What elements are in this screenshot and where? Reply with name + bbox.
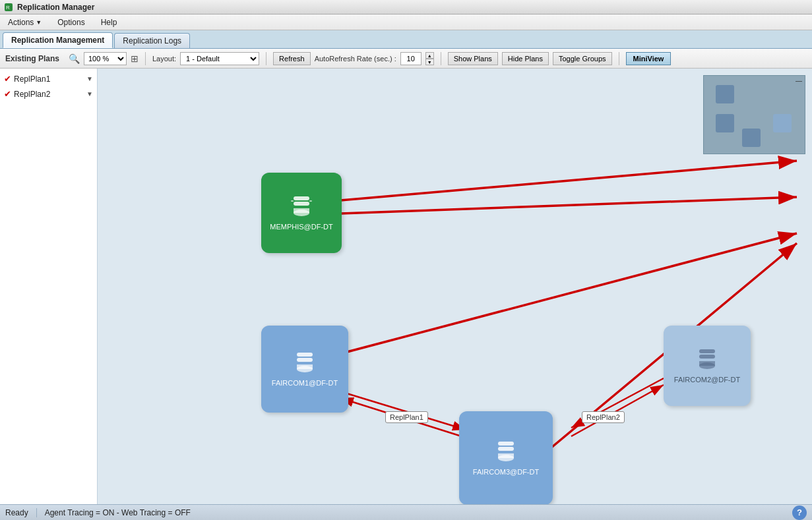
menu-options[interactable]: Options <box>53 16 88 28</box>
svg-rect-25 <box>699 361 715 366</box>
svg-rect-29 <box>498 453 514 458</box>
toolbar: Existing Plans 🔍 100 % ⊞ Layout: 1 - Def… <box>0 49 812 69</box>
svg-line-4 <box>340 161 797 200</box>
menu-bar: Actions ▼ Options Help <box>0 14 812 30</box>
search-icon[interactable]: 🔍 <box>69 53 80 64</box>
plan-name-2: ReplPlan2 <box>14 90 86 99</box>
miniview-panel: — <box>703 75 805 154</box>
help-button[interactable]: ? <box>792 506 807 520</box>
actions-dropdown-arrow: ▼ <box>36 19 42 26</box>
svg-rect-26 <box>498 442 514 446</box>
title-bar: R Replication Manager <box>0 0 812 14</box>
faircom3-db-icon <box>494 440 518 464</box>
autorefresh-input[interactable] <box>400 52 422 65</box>
memphis-db-icon <box>290 195 313 219</box>
status-bar: Ready Agent Tracing = ON - Web Tracing =… <box>0 504 812 520</box>
miniview-button[interactable]: MiniView <box>626 52 671 65</box>
svg-line-5 <box>340 197 797 214</box>
svg-rect-23 <box>699 355 715 359</box>
plan-label-replplan1[interactable]: ReplPlan1 <box>385 411 428 423</box>
layout-select[interactable]: 1 - Default <box>180 52 259 65</box>
app-icon: R <box>4 3 13 12</box>
menu-help[interactable]: Help <box>97 16 121 28</box>
plan-name-1: ReplPlan1 <box>14 74 86 84</box>
toolbar-separator-2 <box>266 52 266 65</box>
status-tracing: Agent Tracing = ON - Web Tracing = OFF <box>37 508 792 517</box>
svg-rect-21 <box>297 364 313 369</box>
layout-label: Layout: <box>152 55 176 63</box>
node-faircom2[interactable]: FAIRCOM2@DF-DT <box>664 326 751 406</box>
toolbar-separator-4 <box>619 52 619 65</box>
svg-rect-13 <box>294 202 309 206</box>
check-replplan1: ✔ <box>4 74 11 84</box>
faircom2-label: FAIRCOM2@DF-DT <box>674 376 740 384</box>
faircom3-label: FAIRCOM3@DF-DT <box>473 468 539 476</box>
refresh-button[interactable]: Refresh <box>273 52 311 65</box>
sidebar: ✔ ReplPlan1 ▼ ✔ ReplPlan2 ▼ <box>0 69 98 504</box>
show-plans-button[interactable]: Show Plans <box>448 52 498 65</box>
faircom2-db-icon <box>695 348 719 372</box>
faircom1-label: FAIRCOM1@DF-DT <box>272 379 338 387</box>
main-content: ✔ ReplPlan1 ▼ ✔ ReplPlan2 ▼ <box>0 69 812 504</box>
toolbar-separator-1 <box>145 52 146 65</box>
hide-plans-button[interactable]: Hide Plans <box>502 52 549 65</box>
svg-rect-22 <box>699 349 715 353</box>
svg-rect-18 <box>297 353 313 357</box>
diagram-canvas: MEMPHIS@DF-DT FAIRCOM1@DF-DT FAIRCOM2@DF… <box>98 69 812 504</box>
node-faircom3[interactable]: FAIRCOM3@DF-DT <box>459 411 553 504</box>
svg-rect-27 <box>498 447 514 451</box>
node-memphis[interactable]: MEMPHIS@DF-DT <box>261 173 342 253</box>
autorefresh-label: AutoRefresh Rate (sec.) : <box>315 55 396 63</box>
mini-node-2 <box>716 114 734 132</box>
svg-rect-15 <box>294 208 309 213</box>
miniview-close-button[interactable]: — <box>796 77 802 84</box>
sidebar-item-replplan1[interactable]: ✔ ReplPlan1 ▼ <box>0 71 97 86</box>
spin-up[interactable]: ▲ <box>425 52 434 59</box>
faircom1-db-icon <box>293 351 317 375</box>
tab-replication-logs[interactable]: Replication Logs <box>114 33 190 48</box>
autorefresh-spinner: ▲ ▼ <box>425 52 434 65</box>
svg-rect-16 <box>291 200 294 202</box>
existing-plans-label: Existing Plans <box>5 54 65 63</box>
node-faircom1[interactable]: FAIRCOM1@DF-DT <box>261 326 348 413</box>
svg-line-8 <box>340 391 466 430</box>
tab-replication-management[interactable]: Replication Management <box>3 32 113 48</box>
plan-dropdown-2[interactable]: ▼ <box>86 90 93 98</box>
svg-rect-17 <box>309 200 312 202</box>
svg-text:R: R <box>6 5 10 11</box>
plan-dropdown-1[interactable]: ▼ <box>86 75 93 82</box>
svg-line-11 <box>571 385 664 436</box>
menu-actions[interactable]: Actions ▼ <box>4 16 46 28</box>
status-ready: Ready <box>5 508 37 517</box>
spin-down[interactable]: ▼ <box>425 59 434 65</box>
toolbar-separator-3 <box>441 52 441 65</box>
fit-icon[interactable]: ⊞ <box>131 53 139 64</box>
sidebar-item-replplan2[interactable]: ✔ ReplPlan2 ▼ <box>0 86 97 101</box>
svg-rect-12 <box>294 196 309 200</box>
svg-rect-19 <box>297 358 313 362</box>
mini-node-3 <box>773 114 792 132</box>
tab-bar: Replication Management Replication Logs <box>0 30 812 49</box>
toggle-groups-button[interactable]: Toggle Groups <box>553 52 612 65</box>
check-replplan2: ✔ <box>4 89 11 99</box>
mini-node-1 <box>716 85 734 103</box>
app-title: Replication Manager <box>17 3 94 12</box>
memphis-label: MEMPHIS@DF-DT <box>270 223 333 231</box>
zoom-select[interactable]: 100 % <box>84 52 127 65</box>
mini-node-4 <box>742 129 761 147</box>
plan-label-replplan2[interactable]: ReplPlan2 <box>582 411 625 423</box>
